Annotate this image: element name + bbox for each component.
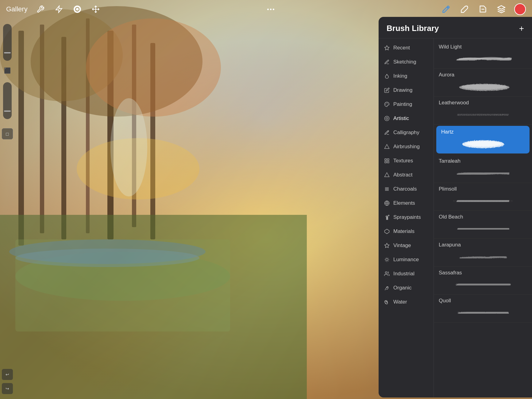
elements-category-label: Elements bbox=[393, 200, 415, 206]
undo-redo-group: ↩ ↪ bbox=[2, 369, 13, 395]
artistic-category-icon bbox=[384, 115, 390, 122]
category-item-airbrushing[interactable]: Airbrushing bbox=[379, 140, 434, 154]
svg-rect-33 bbox=[385, 159, 386, 160]
brush-item-old-beach[interactable]: Old Beach bbox=[434, 211, 532, 239]
category-list: RecentSketchingInkingDrawingPaintingArti… bbox=[379, 38, 434, 397]
category-item-industrial[interactable]: Industrial bbox=[379, 267, 434, 281]
brush-name-old-beach: Old Beach bbox=[439, 214, 527, 220]
svg-point-48 bbox=[386, 258, 388, 261]
water-category-label: Water bbox=[393, 299, 407, 305]
category-item-sketching[interactable]: Sketching bbox=[379, 55, 434, 69]
luminance-category-label: Luminance bbox=[393, 257, 419, 263]
category-item-artistic[interactable]: Artistic bbox=[379, 111, 434, 126]
svg-point-45 bbox=[388, 215, 389, 216]
category-item-recent[interactable]: Recent bbox=[379, 41, 434, 55]
brush-tool-icon[interactable] bbox=[441, 4, 452, 15]
category-item-abstract[interactable]: Abstract bbox=[379, 168, 434, 182]
svg-marker-47 bbox=[385, 243, 389, 248]
svg-marker-19 bbox=[56, 6, 62, 13]
toolbar-left: Gallery bbox=[6, 4, 101, 15]
category-item-textures[interactable]: Textures bbox=[379, 154, 434, 168]
brush-item-tarraleah[interactable]: Tarraleah bbox=[434, 155, 532, 183]
brush-library-header: Brush Library + bbox=[379, 17, 532, 38]
charcoals-category-label: Charcoals bbox=[393, 186, 417, 192]
brush-name-leatherwood: Leatherwood bbox=[439, 100, 527, 106]
wrench-icon[interactable] bbox=[35, 4, 46, 15]
materials-category-icon bbox=[384, 228, 390, 235]
redo-button[interactable]: ↪ bbox=[2, 383, 13, 394]
category-item-elements[interactable]: Elements bbox=[379, 196, 434, 210]
selection-icon[interactable] bbox=[72, 4, 83, 15]
transform-icon[interactable] bbox=[90, 4, 101, 15]
layer-thumb[interactable]: ◻ bbox=[2, 128, 13, 139]
adjust-icon[interactable] bbox=[53, 4, 64, 15]
svg-marker-46 bbox=[385, 229, 389, 234]
brush-name-plimsoll: Plimsoll bbox=[439, 186, 527, 192]
brush-list: Wild Light Aurora Leatherwood Hartz Tarr… bbox=[434, 38, 532, 397]
brush-item-hartz[interactable]: Hartz bbox=[436, 126, 530, 154]
brush-name-larapuna: Larapuna bbox=[439, 242, 527, 248]
svg-point-16 bbox=[15, 249, 199, 267]
more-button[interactable] bbox=[267, 9, 274, 10]
category-item-organic[interactable]: Organic bbox=[379, 281, 434, 295]
drawing-category-label: Drawing bbox=[393, 87, 412, 93]
brush-preview-tarraleah bbox=[439, 166, 527, 180]
abstract-category-label: Abstract bbox=[393, 172, 412, 178]
category-item-water[interactable]: Water bbox=[379, 295, 434, 309]
spraypaints-category-icon bbox=[384, 214, 390, 221]
smudge-tool-icon[interactable] bbox=[459, 4, 470, 15]
brush-name-quoll: Quoll bbox=[439, 298, 527, 304]
undo-button[interactable]: ↩ bbox=[2, 369, 13, 380]
organic-category-label: Organic bbox=[393, 285, 412, 291]
brush-item-aurora[interactable]: Aurora bbox=[434, 69, 532, 97]
layers-icon[interactable] bbox=[496, 4, 507, 15]
svg-point-29 bbox=[385, 116, 389, 121]
left-panel: ⬛ ◻ ↩ ↪ bbox=[0, 18, 15, 399]
organic-category-icon bbox=[384, 285, 390, 291]
artistic-category-label: Artistic bbox=[393, 115, 409, 122]
category-item-spraypaints[interactable]: Spraypaints bbox=[379, 210, 434, 224]
category-item-luminance[interactable]: Luminance bbox=[379, 253, 434, 267]
add-brush-button[interactable]: + bbox=[519, 24, 524, 33]
brush-item-wild-light[interactable]: Wild Light bbox=[434, 41, 532, 69]
inking-category-label: Inking bbox=[393, 73, 407, 79]
water-category-icon bbox=[384, 299, 390, 305]
eraser-tool-icon[interactable] bbox=[477, 4, 488, 15]
opacity-slider[interactable] bbox=[3, 82, 12, 119]
brush-item-larapuna[interactable]: Larapuna bbox=[434, 239, 532, 267]
brush-name-wild-light: Wild Light bbox=[439, 44, 527, 50]
category-item-vintage[interactable]: Vintage bbox=[379, 238, 434, 253]
svg-marker-23 bbox=[498, 6, 505, 9]
toolbar-right bbox=[441, 3, 526, 15]
brush-item-sassafras[interactable]: Sassafras bbox=[434, 267, 532, 295]
category-item-inking[interactable]: Inking bbox=[379, 69, 434, 83]
category-item-materials[interactable]: Materials bbox=[379, 224, 434, 238]
svg-marker-37 bbox=[385, 173, 389, 177]
brush-item-quoll[interactable]: Quoll bbox=[434, 295, 532, 323]
category-item-calligraphy[interactable]: Calligraphy bbox=[379, 126, 434, 140]
gallery-button[interactable]: Gallery bbox=[6, 5, 28, 13]
brush-size-slider[interactable] bbox=[3, 24, 12, 61]
brush-item-leatherwood[interactable]: Leatherwood bbox=[434, 97, 532, 125]
brush-preview-leatherwood bbox=[439, 108, 527, 121]
svg-point-49 bbox=[385, 272, 387, 273]
brush-item-plimsoll[interactable]: Plimsoll bbox=[434, 183, 532, 211]
color-picker-button[interactable] bbox=[514, 3, 526, 15]
brush-preview-larapuna bbox=[439, 250, 527, 263]
category-item-charcoals[interactable]: Charcoals bbox=[379, 182, 434, 196]
brush-library-panel: Brush Library + RecentSketchingInkingDra… bbox=[379, 17, 532, 397]
svg-point-51 bbox=[461, 84, 507, 89]
category-item-drawing[interactable]: Drawing bbox=[379, 83, 434, 97]
recent-category-icon bbox=[384, 45, 390, 51]
painting-category-icon bbox=[384, 101, 390, 108]
textures-category-icon bbox=[384, 157, 390, 164]
svg-point-30 bbox=[386, 118, 388, 119]
category-item-painting[interactable]: Painting bbox=[379, 97, 434, 111]
brush-name-tarraleah: Tarraleah bbox=[439, 158, 527, 164]
calligraphy-category-icon bbox=[384, 129, 390, 136]
luminance-category-icon bbox=[384, 256, 390, 263]
brush-library-content: RecentSketchingInkingDrawingPaintingArti… bbox=[379, 38, 532, 397]
brush-library-title: Brush Library bbox=[387, 24, 439, 33]
svg-point-27 bbox=[386, 103, 386, 103]
brush-preview-sassafras bbox=[439, 278, 527, 291]
